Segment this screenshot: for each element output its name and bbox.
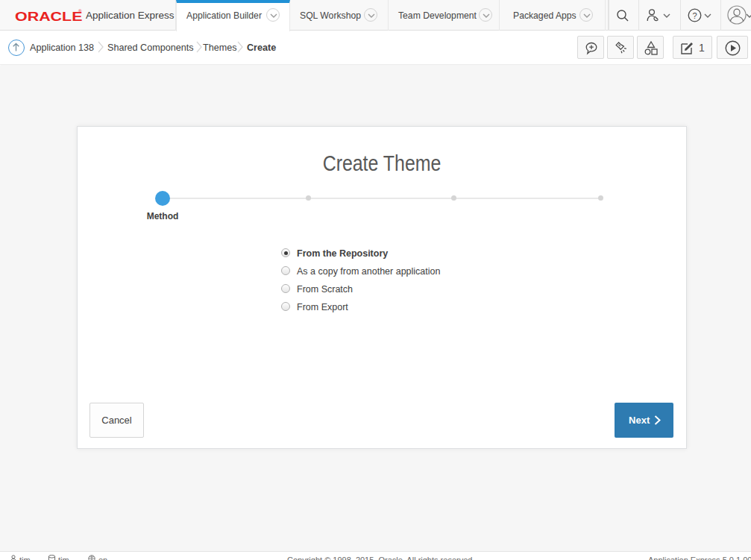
svg-text:?: ? <box>692 11 697 20</box>
